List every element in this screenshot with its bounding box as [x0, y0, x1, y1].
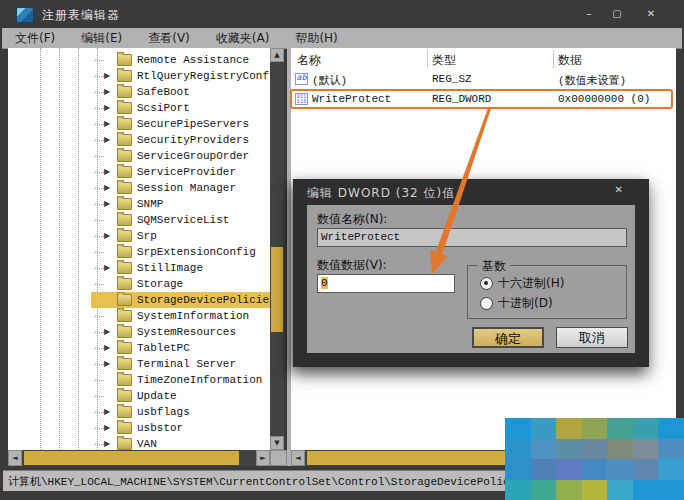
- tree-connector: [95, 348, 104, 349]
- folder-icon: [117, 166, 132, 178]
- menu-item[interactable]: 收藏夹(A): [203, 28, 283, 48]
- registry-path: 计算机\HKEY_LOCAL_MACHINE\SYSTEM\CurrentCon…: [8, 474, 529, 489]
- tree-connector: [95, 332, 104, 333]
- tree-item[interactable]: StorageDevicePolicies: [8, 292, 270, 308]
- expand-arrow-icon[interactable]: ▶: [104, 340, 117, 356]
- menu-item[interactable]: 帮助(H): [282, 28, 350, 48]
- tree-item[interactable]: ▶ usbflags: [8, 404, 270, 420]
- tree-item[interactable]: TimeZoneInformation: [8, 372, 270, 388]
- tree-item[interactable]: SystemInformation: [8, 308, 270, 324]
- tree-item[interactable]: ▶ Srp: [8, 228, 270, 244]
- column-separator[interactable]: [553, 50, 554, 68]
- expand-arrow-icon[interactable]: ▶: [104, 228, 117, 244]
- folder-icon: [117, 198, 132, 210]
- expand-arrow-icon[interactable]: ▶: [104, 196, 117, 212]
- registry-tree-panel: Remote Assistance ▶ RtlQueryRegistryConf…: [8, 48, 270, 450]
- minimize-button[interactable]: –: [578, 6, 600, 22]
- tree-item[interactable]: ▶ ScsiPort: [8, 100, 270, 116]
- tree-item[interactable]: Storage: [8, 276, 270, 292]
- tree-item-label: SystemResources: [137, 326, 236, 338]
- cancel-button[interactable]: 取消: [556, 327, 628, 348]
- folder-icon: [117, 438, 132, 450]
- folder-icon: [117, 310, 132, 322]
- censored-mosaic: [505, 418, 684, 500]
- tree-connector: [95, 380, 104, 381]
- value-type-icon: ab: [295, 73, 308, 85]
- expand-arrow-icon[interactable]: ▶: [104, 436, 117, 450]
- edit-dword-dialog: 编辑 DWORD (32 位)值 ✕ 数值名称(N): WriteProtect…: [293, 179, 649, 367]
- radio-unselected-icon[interactable]: [480, 297, 493, 310]
- tree-item[interactable]: ▶ ServiceProvider: [8, 164, 270, 180]
- column-header-data[interactable]: 数据: [558, 52, 582, 69]
- tree-item[interactable]: ServiceGroupOrder: [8, 148, 270, 164]
- expand-arrow-icon[interactable]: ▶: [104, 132, 117, 148]
- tree-connector: [95, 92, 104, 93]
- tree-item[interactable]: ▶ StillImage: [8, 260, 270, 276]
- tree-item[interactable]: ▶ SNMP: [8, 196, 270, 212]
- mosaic-tile: [658, 439, 684, 460]
- expand-arrow-icon[interactable]: ▶: [104, 404, 117, 420]
- expand-arrow-icon[interactable]: ▶: [104, 164, 117, 180]
- menu-item[interactable]: 查看(V): [135, 28, 203, 48]
- tree-item-label: ServiceGroupOrder: [137, 150, 249, 162]
- menu-item[interactable]: 文件(F): [2, 28, 68, 48]
- tree-item[interactable]: Update: [8, 388, 270, 404]
- folder-icon: [117, 342, 132, 354]
- expand-arrow-icon[interactable]: ▶: [104, 324, 117, 340]
- tree-item[interactable]: ▶ SecurityProviders: [8, 132, 270, 148]
- tree-item[interactable]: ▶ RtlQueryRegistryConf: [8, 68, 270, 84]
- expand-arrow-icon[interactable]: ▶: [104, 356, 117, 372]
- menu-item[interactable]: 编辑(E): [68, 28, 135, 48]
- tree-item[interactable]: ▶ SystemResources: [8, 324, 270, 340]
- tree-item[interactable]: SQMServiceList: [8, 212, 270, 228]
- tree-item[interactable]: ▶ SafeBoot: [8, 84, 270, 100]
- tree-item[interactable]: Remote Assistance: [8, 52, 270, 68]
- dialog-close-icon[interactable]: ✕: [615, 184, 623, 195]
- radio-decimal[interactable]: 十进制(D): [480, 295, 553, 312]
- scroll-left-icon[interactable]: ◄: [291, 450, 305, 466]
- window-title: 注册表编辑器: [42, 7, 120, 24]
- maximize-button[interactable]: ▢: [606, 6, 628, 22]
- folder-icon: [117, 86, 132, 98]
- value-data-input[interactable]: 0: [317, 274, 455, 293]
- tree-horizontal-scrollbar[interactable]: ◄ ►: [8, 450, 270, 466]
- scroll-down-icon[interactable]: ▼: [270, 436, 284, 450]
- menu-bar: 文件(F)编辑(E)查看(V)收藏夹(A)帮助(H): [2, 28, 682, 49]
- value-name-field[interactable]: WriteProtect: [317, 228, 627, 247]
- expand-arrow-icon[interactable]: ▶: [104, 100, 117, 116]
- tree-item[interactable]: ▶ usbstor: [8, 420, 270, 436]
- close-button[interactable]: ✕: [640, 6, 662, 22]
- scroll-right-icon[interactable]: ►: [256, 450, 270, 466]
- expand-arrow-icon[interactable]: ▶: [104, 260, 117, 276]
- radio-hexadecimal[interactable]: 十六进制(H): [480, 275, 564, 292]
- expand-arrow-icon[interactable]: ▶: [104, 116, 117, 132]
- tree-item[interactable]: ▶ Terminal Server: [8, 356, 270, 372]
- tree-item-label: Update: [137, 390, 177, 402]
- dialog-body: 数值名称(N): WriteProtect 数值数据(V): 0 基数 十六进制…: [307, 205, 635, 353]
- scroll-left-icon[interactable]: ◄: [8, 450, 22, 466]
- scroll-up-icon[interactable]: ▲: [270, 48, 284, 62]
- tree-item[interactable]: ▶ SecurePipeServers: [8, 116, 270, 132]
- ok-button[interactable]: 确定: [472, 327, 544, 348]
- mosaic-tile: [531, 439, 557, 460]
- column-header-type[interactable]: 类型: [432, 52, 456, 69]
- tree-item-label: VAN: [137, 438, 157, 450]
- expand-arrow-icon[interactable]: ▶: [104, 180, 117, 196]
- tree-vertical-scrollbar[interactable]: ▲ ▼: [270, 48, 284, 450]
- tree-item[interactable]: SrpExtensionConfig: [8, 244, 270, 260]
- value-row[interactable]: ab (默认) REG_SZ (数值未设置): [291, 71, 676, 88]
- tree-hscroll-thumb[interactable]: [24, 451, 239, 465]
- tree-item[interactable]: ▶ Session Manager: [8, 180, 270, 196]
- column-separator[interactable]: [427, 50, 428, 68]
- expand-arrow-icon[interactable]: ▶: [104, 420, 117, 436]
- tree-vscroll-thumb[interactable]: [271, 247, 283, 332]
- expand-arrow-icon[interactable]: ▶: [104, 68, 117, 84]
- tree-item[interactable]: ▶ VAN: [8, 436, 270, 450]
- radio-selected-icon[interactable]: [480, 277, 493, 290]
- expand-arrow-icon[interactable]: ▶: [104, 84, 117, 100]
- column-header-name[interactable]: 名称: [297, 52, 321, 69]
- tree-item-label: ScsiPort: [137, 102, 190, 114]
- mosaic-tile: [531, 480, 557, 500]
- title-bar[interactable]: 注册表编辑器 – ▢ ✕: [0, 0, 684, 28]
- tree-item[interactable]: ▶ TabletPC: [8, 340, 270, 356]
